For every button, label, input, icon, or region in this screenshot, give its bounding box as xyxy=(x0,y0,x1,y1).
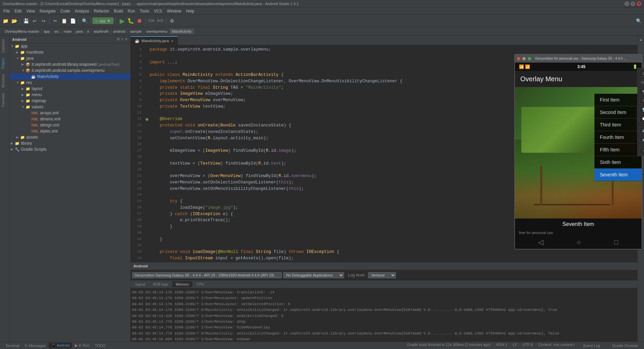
emu-power-btn[interactable]: ⏻ xyxy=(639,70,644,77)
breadcrumb-sample[interactable]: sample xyxy=(128,29,144,34)
paste-button[interactable]: 📄 xyxy=(69,17,77,25)
save-button[interactable]: 💾 xyxy=(22,17,30,25)
breadcrumb-main[interactable]: main xyxy=(62,29,74,34)
tree-item-arrays[interactable]: XML arrays.xml xyxy=(9,110,130,116)
maximize-button[interactable]: □ xyxy=(631,1,635,6)
tab-close-button[interactable]: ✕ xyxy=(171,39,174,43)
log-level-selector[interactable]: Verbose xyxy=(368,272,396,278)
tab-memory[interactable]: Memory xyxy=(172,281,192,287)
tab-run[interactable]: ▶ 4: Run xyxy=(72,343,92,348)
tool-favorites[interactable]: Favorites xyxy=(0,90,9,110)
tab-logcat[interactable]: logcat xyxy=(132,281,149,287)
tree-item-strings[interactable]: XML strings.xml xyxy=(9,122,130,128)
emu-chat-btn[interactable]: 💬 xyxy=(639,115,644,122)
tree-item-gradle-scripts[interactable]: ▶ 🔧 Gradle Scripts xyxy=(9,146,130,152)
phone-content[interactable]: First Item Second Item Third Item Fourth… xyxy=(515,87,642,219)
close-button[interactable]: ✕ xyxy=(637,1,641,6)
tool-captures[interactable]: Captures xyxy=(0,36,9,56)
tree-item-dimens[interactable]: XML dimens.xml xyxy=(9,116,130,122)
tree-item-sample-package[interactable]: ▼ 📦 it.sephiroth.android.sample.overlaym… xyxy=(9,67,130,74)
editor-tab-mainactivity[interactable]: ☕ MainActivity.java ✕ xyxy=(131,36,178,45)
menu-analyze[interactable]: Analyze xyxy=(73,8,91,14)
device-selector[interactable]: Genymotion Samsung Galaxy S5 - 4.4.4 - A… xyxy=(132,272,282,278)
tree-item-manifests[interactable]: ▶ 📁 manifests xyxy=(9,49,130,55)
breadcrumb-it[interactable]: it xyxy=(85,29,92,34)
menu-vcs[interactable]: VCS xyxy=(152,8,164,14)
search-everywhere-button[interactable]: 🔍 xyxy=(635,17,643,25)
breadcrumb-root[interactable]: OverlayMenu-master xyxy=(3,29,42,34)
tab-terminal[interactable]: Terminal xyxy=(3,343,22,348)
tree-item-res[interactable]: ▼ 📁 res xyxy=(9,80,130,86)
overlay-item-1[interactable]: First Item xyxy=(594,94,642,106)
log-content[interactable]: 09-02 03:45:14.176 3209-3209/? V/OverMen… xyxy=(131,288,637,349)
emu-close-btn[interactable] xyxy=(517,57,520,60)
emulator-screen[interactable]: 📶 📶 3:45 🔋 Overlay Menu xyxy=(515,63,642,249)
run-button[interactable]: ▶ xyxy=(118,17,126,25)
menu-refactor[interactable]: Refactor xyxy=(92,8,111,14)
tree-close-icon[interactable]: ✕ xyxy=(125,37,128,41)
emu-rss-btn[interactable]: 📡 xyxy=(639,106,644,113)
breadcrumb-android[interactable]: android xyxy=(111,29,128,34)
phone-recents-btn[interactable]: □ xyxy=(614,238,618,246)
tree-item-library[interactable]: ▶ 📁 library xyxy=(9,140,130,146)
tab-android[interactable]: 📱 Android xyxy=(49,343,72,348)
gradle-console-button[interactable]: Gradle Console xyxy=(609,343,641,349)
overlay-item-6[interactable]: Sixth Item xyxy=(594,156,642,169)
breadcrumb-java[interactable]: java xyxy=(74,29,85,34)
menu-navigate[interactable]: Navigate xyxy=(38,8,58,14)
tree-item-menu[interactable]: ▶ 📁 menu xyxy=(9,92,130,98)
menu-edit[interactable]: Edit xyxy=(12,8,24,14)
tree-item-mainactivity[interactable]: ☕ MainActivity xyxy=(9,74,130,80)
tree-item-values[interactable]: ▼ 📁 values xyxy=(9,104,130,110)
sdk-manager-button[interactable]: SDK xyxy=(147,17,155,25)
tool-structure[interactable]: Structure xyxy=(0,71,9,91)
menu-tools[interactable]: Tools xyxy=(138,8,151,14)
tab-adb-logs[interactable]: ADB logs xyxy=(149,281,172,287)
cut-button[interactable]: ✂ xyxy=(51,17,59,25)
breadcrumb-sephiroth[interactable]: sephiroth xyxy=(91,29,111,34)
stop-button[interactable]: ⏹ xyxy=(135,17,144,25)
tool-project[interactable]: Project xyxy=(0,56,9,71)
phone-back-btn[interactable]: ◁ xyxy=(538,238,543,246)
emu-id-btn[interactable]: ID xyxy=(639,97,644,104)
breadcrumb-app[interactable]: app xyxy=(42,29,52,34)
emu-camera-btn[interactable]: 📷 xyxy=(639,88,644,95)
app-selector-btn[interactable]: ▶ app ▼ xyxy=(92,18,114,24)
app-selector[interactable]: No Debuggable Applications xyxy=(283,272,344,278)
tab-messages[interactable]: 0: Messages xyxy=(22,343,49,348)
overlay-item-3[interactable]: Third Item xyxy=(594,119,642,131)
tree-item-java[interactable]: ▼ 📁 java xyxy=(9,55,130,61)
menu-file[interactable]: File xyxy=(1,8,12,14)
breadcrumb-src[interactable]: src xyxy=(52,29,62,34)
tree-settings-icon[interactable]: ⚙ xyxy=(117,37,120,41)
overlay-item-4[interactable]: Fourth Item xyxy=(594,131,642,144)
right-scroll-indicator[interactable]: ▲ xyxy=(639,37,643,42)
minimize-button[interactable]: ─ xyxy=(624,1,629,6)
tab-todo[interactable]: TODO xyxy=(92,343,109,348)
emu-minimize-btn[interactable] xyxy=(522,57,526,60)
tree-item-assets[interactable]: ▶ 📁 assets xyxy=(9,134,130,140)
undo-button[interactable]: ↩ xyxy=(31,17,39,25)
emu-gps-btn[interactable]: GPS xyxy=(639,79,644,86)
tree-item-styles[interactable]: XML styles.xml xyxy=(9,128,130,134)
breadcrumb-mainactivity[interactable]: MainActivity xyxy=(170,29,194,34)
avd-manager-button[interactable]: AVD xyxy=(156,17,164,25)
menu-build[interactable]: Build xyxy=(112,8,125,14)
copy-button[interactable]: 📋 xyxy=(60,17,68,25)
tree-item-mipmap[interactable]: ▶ 📁 mipmap xyxy=(9,98,130,104)
menu-run[interactable]: Run xyxy=(126,8,137,14)
tree-item-app[interactable]: ▼ 📁 app xyxy=(9,43,130,49)
debug-button[interactable]: 🐛 xyxy=(127,17,135,25)
settings-button[interactable]: ⚙ xyxy=(168,17,176,25)
tree-item-layout[interactable]: ▶ 📁 layout xyxy=(9,86,130,92)
emu-vol-down-btn[interactable]: 🔉 xyxy=(639,136,644,143)
open-button[interactable]: 📂 xyxy=(10,17,18,25)
menu-window[interactable]: Window xyxy=(165,8,183,14)
tab-cpu[interactable]: CPU xyxy=(193,281,208,287)
search-button[interactable]: 🔍 xyxy=(81,17,89,25)
overlay-item-5[interactable]: Fifth Item xyxy=(594,144,642,156)
new-project-button[interactable]: 📁 xyxy=(1,17,9,25)
emu-vol-up-btn[interactable]: 🔊 xyxy=(639,127,644,134)
menu-help[interactable]: Help xyxy=(184,8,196,14)
tree-item-library-package[interactable]: ▶ 📦 it.sephiroth.android.library.snapsee… xyxy=(9,61,130,67)
